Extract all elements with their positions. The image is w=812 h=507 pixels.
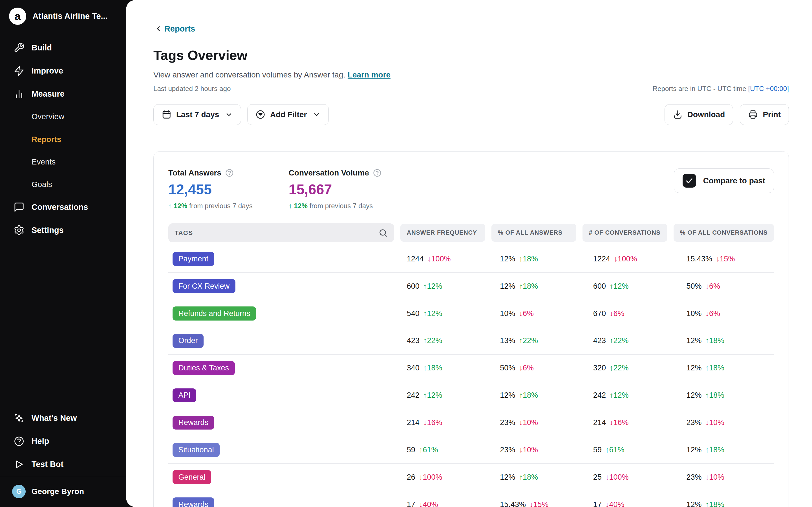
metric-cell: 12%↑18%	[680, 391, 774, 400]
trend-down-indicator: ↓6%	[519, 309, 534, 318]
tag-pill[interactable]: API	[172, 388, 197, 402]
trend-up-indicator: ↑18%	[519, 473, 538, 482]
sidebar-item-conversations[interactable]: Conversations	[0, 196, 126, 219]
tag-cell: Payment	[168, 252, 394, 266]
workspace-switcher[interactable]: a Atlantis Airline Te...	[0, 0, 126, 33]
tag-pill[interactable]: Refunds and Returns	[172, 306, 256, 321]
sidebar-item-label: Conversations	[32, 203, 88, 212]
metric-cell: 10%↓6%	[680, 309, 774, 318]
tag-pill[interactable]: Order	[172, 334, 204, 348]
metric-cell: 15.43%↓15%	[494, 500, 580, 507]
download-button[interactable]: Download	[665, 104, 733, 125]
calendar-icon	[161, 110, 171, 119]
sidebar-item-label: What's New	[32, 413, 77, 423]
trend-down-indicator: ↓40%	[419, 500, 438, 507]
conversation-volume-trend: ↑ 12% from previous 7 days	[289, 202, 409, 210]
sidebar-item-goals[interactable]: Goals	[0, 173, 126, 196]
app-root: a Atlantis Airline Te... Build Improve	[0, 0, 812, 507]
metric-cell: 423↑22%	[400, 336, 487, 345]
column-header-num-conversations: # OF CONVERSATIONS	[582, 224, 667, 242]
tags-search-input[interactable]: TAGS	[168, 223, 394, 242]
metric-cell: 23%↓10%	[680, 418, 774, 427]
trend-down-indicator: ↓40%	[605, 500, 624, 507]
tag-pill[interactable]: Rewards	[172, 416, 214, 430]
sidebar-item-measure[interactable]: Measure	[0, 82, 126, 105]
date-range-button[interactable]: Last 7 days	[153, 104, 241, 125]
sidebar-item-help[interactable]: Help	[0, 430, 126, 453]
metric-cell: 214↓16%	[400, 418, 487, 427]
trend-down-indicator: ↓16%	[610, 418, 629, 427]
tag-pill[interactable]: Rewards	[172, 497, 214, 507]
workspace-logo-icon: a	[9, 8, 26, 25]
table-header: TAGS ANSWER FREQUENCY % OF ALL ANSWERS #…	[168, 223, 774, 242]
trend-up-indicator: ↑22%	[423, 336, 442, 345]
metric-cell: 214↓16%	[587, 418, 674, 427]
table-row: For CX Review600↑12%12%↑18%600↑12%50%↓6%	[168, 273, 774, 300]
tag-pill[interactable]: For CX Review	[172, 279, 236, 293]
table-row: Payment1244↓100%12%↑18%1224↓100%15.43%↓1…	[168, 245, 774, 273]
metric-cell: 17↓40%	[587, 500, 674, 507]
print-button[interactable]: Print	[740, 104, 789, 125]
table-row: Rewards214↓16%23%↓10%214↓16%23%↓10%	[168, 409, 774, 437]
play-circle-icon	[13, 459, 24, 470]
sidebar: a Atlantis Airline Te... Build Improve	[0, 0, 126, 507]
compare-to-past-toggle[interactable]: Compare to past	[674, 168, 774, 193]
trend-down-indicator: ↓15%	[716, 255, 735, 263]
tag-cell: API	[168, 388, 394, 402]
user-name: George Byron	[32, 487, 84, 496]
column-header-pct-conversations: % OF ALL CONVERSATIONS	[673, 224, 774, 242]
trend-up-indicator: ↑18%	[519, 282, 538, 290]
table-row: API242↑12%12%↑18%242↑12%12%↑18%	[168, 382, 774, 409]
tag-cell: Duties & Taxes	[168, 361, 394, 375]
table-row: General26↓100%12%↑18%25↓100%23%↓10%	[168, 464, 774, 491]
user-menu[interactable]: G George Byron	[0, 476, 126, 507]
tags-table: TAGS ANSWER FREQUENCY % OF ALL ANSWERS #…	[168, 223, 774, 507]
metric-cell: 540↑12%	[400, 309, 487, 318]
metric-cell: 23%↓10%	[680, 473, 774, 482]
tag-pill[interactable]: Duties & Taxes	[172, 361, 235, 375]
page-title: Tags Overview	[153, 47, 789, 63]
page-subtitle: View answer and conversation volumes by …	[153, 70, 789, 79]
trend-up-indicator: ↑12%	[610, 282, 629, 290]
sidebar-item-overview[interactable]: Overview	[0, 105, 126, 128]
tag-pill[interactable]: Situational	[172, 443, 220, 457]
sidebar-spacer	[0, 242, 126, 407]
trend-down-indicator: ↓6%	[610, 309, 624, 318]
sidebar-item-reports[interactable]: Reports	[0, 128, 126, 151]
trend-up-indicator: ↑18%	[423, 363, 442, 372]
sidebar-item-test-bot[interactable]: Test Bot	[0, 453, 126, 476]
wrench-icon	[13, 42, 24, 53]
help-tooltip-icon[interactable]	[225, 168, 234, 177]
tag-cell: Rewards	[168, 497, 394, 507]
table-row: Situational59↑61%23%↓10%59↑61%12%↑18%	[168, 436, 774, 464]
sidebar-nav: Build Improve Measure Overview Reports E…	[0, 33, 126, 242]
sidebar-item-build[interactable]: Build	[0, 36, 126, 59]
main-panel: Reports Tags Overview View answer and co…	[126, 0, 812, 507]
sidebar-item-settings[interactable]: Settings	[0, 219, 126, 242]
metric-cell: 12%↑18%	[680, 336, 774, 345]
sidebar-item-improve[interactable]: Improve	[0, 59, 126, 82]
sidebar-footer: What's New Help Test Bot	[0, 407, 126, 476]
add-filter-button[interactable]: Add Filter	[247, 104, 329, 125]
checkbox-checked-icon[interactable]	[682, 174, 696, 187]
trend-up-indicator: ↑18%	[705, 336, 724, 345]
sidebar-item-label: Help	[32, 437, 49, 446]
tag-pill[interactable]: Payment	[172, 252, 214, 266]
back-link-reports[interactable]: Reports	[153, 24, 195, 34]
sidebar-item-whats-new[interactable]: What's New	[0, 407, 126, 430]
learn-more-link[interactable]: Learn more	[348, 70, 391, 79]
metric-cell: 423↑22%	[587, 336, 674, 345]
tag-cell: General	[168, 470, 394, 484]
download-icon	[673, 110, 682, 119]
sidebar-item-events[interactable]: Events	[0, 151, 126, 173]
trend-down-indicator: ↓6%	[519, 363, 534, 372]
help-tooltip-icon[interactable]	[373, 168, 382, 177]
table-row: Order423↑22%13%↑22%423↑22%12%↑18%	[168, 327, 774, 355]
table-body: Payment1244↓100%12%↑18%1224↓100%15.43%↓1…	[168, 245, 774, 507]
tag-pill[interactable]: General	[172, 470, 211, 484]
trend-up-indicator: ↑18%	[519, 255, 538, 263]
trend-up-indicator: ↑18%	[519, 391, 538, 399]
metric-cell: 12%↑18%	[494, 282, 580, 291]
compare-to-past-label: Compare to past	[703, 176, 765, 185]
utc-offset-link[interactable]: [UTC +00:00]	[748, 85, 789, 93]
